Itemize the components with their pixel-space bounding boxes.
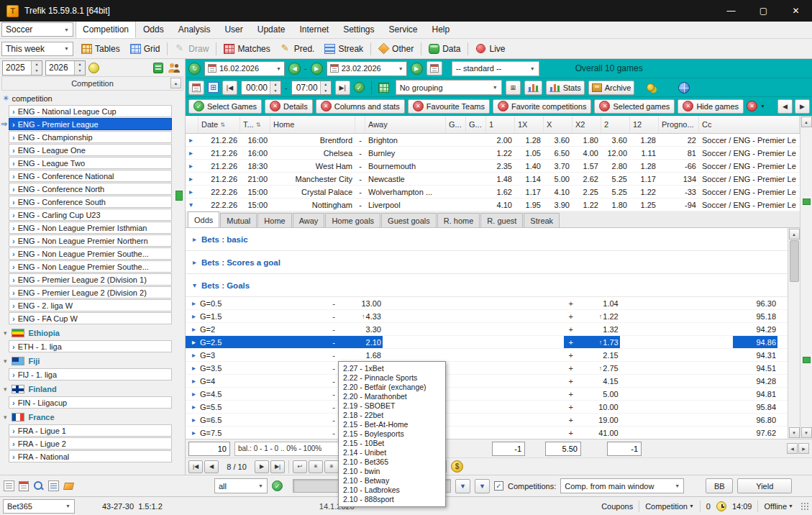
sidebar-item-eng-national-league-cup[interactable]: ›ENG - National League Cup — [9, 105, 172, 117]
column-header-1x[interactable]: 1X — [515, 116, 544, 133]
goto-selected-icon[interactable]: ▼ — [475, 479, 490, 493]
game-row[interactable]: ▸21.2.2616:00Chelsea-Burnley1.221.056.50… — [186, 147, 800, 160]
calendar-icon[interactable] — [19, 481, 29, 491]
bookmaker-odds-item[interactable]: 2.10 - 888sport — [339, 495, 445, 504]
scroll-up-button[interactable]: ▲ — [801, 117, 812, 127]
year-from-spinner[interactable]: 2025 ▲▼ — [2, 60, 42, 76]
bookmaker-odds-item[interactable]: 2.10 - Ladbrokes — [339, 486, 445, 495]
sidebar-item-fij-1-liga[interactable]: ›FIJ - 1. liga — [9, 368, 172, 380]
prev-record-button[interactable]: ◀ — [204, 460, 219, 473]
filter-hide-games-button[interactable]: ✕Hide games — [678, 99, 744, 114]
resize-grip[interactable] — [800, 502, 809, 511]
bets-section-bets-goals[interactable]: ▾Bets : Goals — [186, 274, 788, 297]
tree-scroll-up-button[interactable]: ▲ — [170, 78, 181, 88]
sidebar-item-eng-league-two[interactable]: ›ENG - League Two — [9, 157, 172, 169]
detail-tab-home[interactable]: Home — [257, 213, 291, 227]
row-collapse-icon[interactable]: ▾ — [186, 201, 199, 209]
yield-button[interactable]: Yield — [737, 478, 792, 493]
filter-favourite-teams-button[interactable]: ✕Favourite Teams — [408, 99, 490, 114]
tag-icon[interactable] — [63, 480, 74, 491]
toolbar-live-button[interactable]: Live — [470, 40, 510, 58]
tab-help[interactable]: Help — [425, 21, 457, 38]
spinner-buttons[interactable]: ▲▼ — [320, 81, 331, 94]
recalc-button[interactable]: ✳ — [324, 460, 339, 473]
year-to-spinner[interactable]: 2026 ▲▼ — [45, 60, 86, 76]
competitions-select[interactable]: Comp. from main window ▼ — [560, 478, 684, 493]
bookmaker-odds-item[interactable]: 2.15 - Bet-At-Home — [339, 420, 445, 429]
grouping-select[interactable]: No grouping ▼ — [396, 80, 502, 95]
game-row[interactable]: ▸21.2.2621:00Manchester City-Newcastle1.… — [186, 173, 800, 186]
game-row[interactable]: ▸22.2.2615:00Crystal Palace-Wolverhampto… — [186, 186, 800, 199]
tree-scroll-marker[interactable] — [175, 191, 183, 201]
sidebar-item-eng-carling-cup-u23[interactable]: ›ENG - Carling Cup U23 — [9, 209, 172, 221]
row-expand-icon[interactable]: ▸ — [186, 162, 199, 170]
column-header-12[interactable]: 12 — [630, 116, 659, 133]
date-to-picker[interactable]: 23.02.2026 ▼ — [327, 61, 407, 76]
tab-update[interactable]: Update — [250, 21, 293, 38]
play-to-end-button[interactable]: ▶| — [335, 81, 350, 95]
detail-tab-away[interactable]: Away — [293, 213, 325, 227]
column-header-1[interactable]: 1 — [486, 116, 515, 133]
spin-up-icon[interactable]: ▲ — [75, 61, 85, 68]
bookmaker-odds-item[interactable]: 2.15 - Boylesports — [339, 429, 445, 439]
sidebar-item-fra-ligue-1[interactable]: ›FRA - Ligue 1 — [9, 424, 172, 437]
scroll-down-button[interactable]: ▼ — [789, 427, 800, 438]
coins-icon[interactable] — [647, 83, 654, 91]
main-vertical-scrollbar[interactable]: ▲ ▼ — [800, 116, 812, 439]
row-expand-icon[interactable]: ▸ — [186, 188, 199, 196]
hscroll-left-button[interactable]: ◀ — [787, 443, 798, 454]
row-expand-icon[interactable]: ▸ — [186, 136, 199, 144]
horizontal-scrollbar[interactable]: ◀ ▶ — [787, 442, 809, 455]
sidebar-item-eng-2-liga-w[interactable]: ›ENG - 2. liga W — [9, 299, 172, 311]
param1-input[interactable] — [492, 442, 525, 456]
tab-user[interactable]: User — [217, 21, 250, 38]
toolbar-data-button[interactable]: Data — [424, 40, 465, 58]
sidebar-item-eng-conference-national[interactable]: ›ENG - Conference National — [9, 170, 172, 182]
spinner-buttons[interactable]: ▲▼ — [270, 81, 280, 94]
tab-odds[interactable]: Odds — [136, 21, 171, 38]
tab-analysis[interactable]: Analysis — [171, 21, 218, 38]
scroll-thumb[interactable] — [790, 240, 799, 282]
toolbar-grid-button[interactable]: Grid — [125, 40, 165, 58]
bets-section-bets-scores-a-goal[interactable]: ▸Bets : Scores a goal — [186, 251, 788, 274]
bookmaker-odds-item[interactable]: 2.20 - Marathonbet — [339, 392, 445, 401]
games-table-header[interactable]: Date⇅T...⇅HomeAwayG...G...11XXX2212Progn… — [186, 116, 800, 134]
skip-to-start-button[interactable]: |◀ — [222, 81, 237, 95]
column-header-g[interactable]: G... — [466, 116, 486, 133]
refresh-icon[interactable]: ↻ — [188, 63, 201, 75]
sidebar-item-eng-championship[interactable]: ›ENG - Championship — [9, 131, 172, 143]
bet-row-g-5-5[interactable]: ▸G=5.5-+10.0095.84 — [186, 401, 788, 414]
scroll-track[interactable] — [800, 128, 812, 427]
column-header-x2[interactable]: X2 — [572, 116, 601, 133]
bookmaker-odds-item[interactable]: 2.14 - Unibet — [339, 448, 445, 457]
coupons-link[interactable]: Coupons — [601, 502, 633, 511]
sidebar-item-eng-conference-north[interactable]: ›ENG - Conference North — [9, 183, 172, 195]
bookmaker-odds-item[interactable]: 2.10 - Betway — [339, 476, 445, 486]
sidebar-item-fin-liigacup[interactable]: ›FIN - Liigacup — [9, 396, 172, 409]
scroll-left-button[interactable]: ◀ — [777, 99, 793, 114]
calendar-select-button[interactable] — [426, 61, 442, 76]
next-record-button[interactable]: ▶ — [255, 460, 269, 473]
bets-vertical-scrollbar[interactable]: ▲ ▼ — [788, 228, 800, 439]
bet-row-g-1-5[interactable]: ▸G=1.5-↑4.33+↑1.2295.18 — [186, 310, 788, 323]
goto-first-icon[interactable]: ▼ — [455, 479, 470, 493]
sidebar-item-eng-league-one[interactable]: ›ENG - League One — [9, 144, 172, 156]
bet-row-g-0-5[interactable]: ▸G=0.5-13.00+1.0496.30 — [186, 297, 788, 310]
bookmaker-odds-item[interactable]: 2.19 - SBOBET — [339, 401, 445, 411]
bet-row-g-7-5[interactable]: ▸G=7.5-+41.0097.62 — [186, 427, 788, 439]
spin-up-icon[interactable]: ▲ — [270, 81, 280, 88]
sidebar-item-eth-1-liga[interactable]: ›ETH - 1. liga — [9, 340, 172, 352]
spin-down-icon[interactable]: ▼ — [321, 88, 331, 94]
column-header-blank[interactable] — [186, 116, 199, 133]
competition-menu[interactable]: Competition ▼ — [645, 502, 694, 511]
go-date-button[interactable]: ▶ — [411, 63, 423, 75]
bookmaker-odds-item[interactable]: 2.10 - Bet365 — [339, 457, 445, 467]
users-icon[interactable] — [168, 63, 181, 73]
bet-row-g-3[interactable]: ▸G=3-1.68+2.1594.31 — [186, 349, 788, 362]
connection-menu[interactable]: Offline ▼ — [764, 502, 793, 511]
toolbar-matches-button[interactable]: Matches — [219, 40, 275, 58]
time-from-spinner[interactable]: 00:00 ▲▼ — [241, 81, 281, 95]
bet-row-g-2[interactable]: ▸G=2-3.30+1.3294.29 — [186, 323, 788, 336]
apply-time-icon[interactable]: ✓ — [354, 82, 365, 93]
sidebar-item-fra-ligue-2[interactable]: ›FRA - Ligue 2 — [9, 437, 172, 450]
